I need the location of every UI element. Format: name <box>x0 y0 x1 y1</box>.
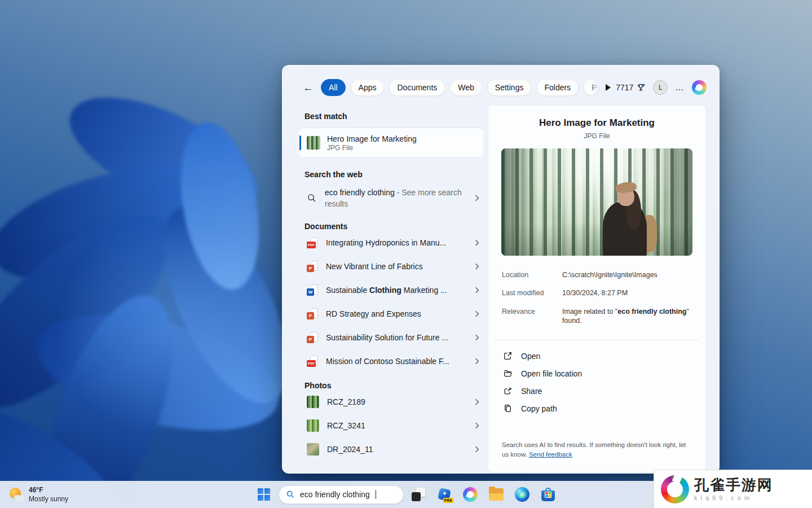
preview-file-type: JPG File <box>488 132 705 140</box>
taskbar-app-file-explorer[interactable] <box>485 483 508 506</box>
chevron-right-icon[interactable] <box>473 239 481 247</box>
bamboo-thumbnail <box>307 136 320 150</box>
document-result[interactable]: PDF Integrating Hydroponics in Manu... <box>299 231 483 255</box>
search-icon <box>286 490 295 499</box>
rewards-trophy-icon <box>636 83 646 93</box>
document-result[interactable]: PDF Mission of Contoso Sustainable F... <box>299 349 483 373</box>
open-file-location-button[interactable]: Open file location <box>495 365 699 382</box>
bamboo-thumbnail <box>307 419 319 432</box>
best-match-title: Hero Image for Marketing <box>327 134 417 143</box>
search-icon <box>307 193 317 203</box>
best-match-result[interactable]: Hero Image for Marketing JPG File <box>299 128 483 157</box>
watermark-title: 孔雀手游网 <box>694 477 773 493</box>
document-result[interactable]: W Sustainable Clothing Marketing ... <box>299 278 483 302</box>
web-query: eco friendly clothing <box>325 188 395 197</box>
document-result[interactable]: P RD Strategy and Expenses <box>299 302 483 326</box>
section-header-best-match: Best match <box>299 112 483 121</box>
pdf-icon: PDF <box>307 356 318 367</box>
ppt-icon: P <box>307 261 318 272</box>
photo-result[interactable]: RCZ_2189 <box>299 390 483 414</box>
pdf-icon: PDF <box>307 237 318 248</box>
open-location-icon <box>503 369 513 378</box>
tab-photos-truncated[interactable]: P <box>584 79 599 96</box>
pre-app-icon: ✦ PRE <box>437 487 452 502</box>
search-filter-tabs: ← All Apps Documents Web Settings Folder… <box>283 65 719 100</box>
copilot-icon <box>463 487 478 502</box>
detail-location: Location C:\scratch\Ignite\Ignite\Images <box>502 270 692 279</box>
tab-documents[interactable]: Documents <box>389 79 445 96</box>
tab-web[interactable]: Web <box>450 79 482 96</box>
account-avatar[interactable]: L <box>653 80 668 95</box>
watermark-overlay: 孔雀手游网 klq99.com <box>654 470 812 508</box>
detail-relevance: Relevance Image related to "eco friendly… <box>502 307 692 326</box>
detail-last-modified: Last modified 10/30/2024, 8:27 PM <box>502 288 692 297</box>
tab-apps[interactable]: Apps <box>351 79 385 96</box>
preview-card: Hero Image for Marketing JPG File Locati… <box>488 105 706 472</box>
chevron-right-icon[interactable] <box>473 262 481 270</box>
best-match-subtitle: JPG File <box>327 144 417 152</box>
back-icon[interactable]: ← <box>303 82 314 93</box>
chevron-right-icon[interactable] <box>473 334 481 341</box>
preview-image-bamboo-forest <box>501 148 692 256</box>
chevron-right-icon[interactable] <box>473 286 481 294</box>
preview-title: Hero Image for Marketing <box>488 117 705 129</box>
ppt-icon: P <box>307 332 318 343</box>
copy-path-button[interactable]: Copy path <box>495 400 699 417</box>
taskbar-app-preview[interactable]: ✦ PRE <box>433 483 456 506</box>
chevron-right-icon[interactable] <box>473 357 481 365</box>
tab-all[interactable]: All <box>321 79 346 96</box>
portrait-thumbnail <box>307 443 319 456</box>
section-header-search-web: Search the web <box>299 170 483 179</box>
divider <box>495 340 699 340</box>
weather-condition: Mostly sunny <box>29 494 68 503</box>
document-result[interactable]: P Sustainability Solution for Future ... <box>299 326 483 349</box>
photo-result[interactable]: RCZ_3241 <box>299 414 483 437</box>
copilot-icon[interactable] <box>692 80 707 95</box>
send-feedback-link[interactable]: Send feedback <box>529 451 572 458</box>
share-button[interactable]: Share <box>495 382 699 400</box>
taskbar-app-store[interactable] <box>537 483 559 506</box>
photo-name: DR_2024_11 <box>327 445 373 454</box>
caret-icon <box>376 490 376 499</box>
selection-accent-bar <box>299 135 301 150</box>
ai-disclaimer: Search uses AI to find results. If somet… <box>502 440 692 460</box>
section-header-photos: Photos <box>299 381 483 390</box>
tab-folders[interactable]: Folders <box>536 79 579 96</box>
results-column: Best match Hero Image for Marketing JPG … <box>299 100 483 473</box>
document-result[interactable]: P New Vibrant Line of Fabrics <box>299 255 483 278</box>
bamboo-thumbnail <box>307 396 319 408</box>
tab-settings[interactable]: Settings <box>487 79 532 96</box>
taskbar-app-task-view[interactable] <box>407 483 430 506</box>
watermark-url: klq99.com <box>694 494 773 501</box>
taskbar-search-value: eco friendly clothing <box>300 490 370 499</box>
chevron-right-icon[interactable] <box>473 194 481 202</box>
watermark-logo-icon <box>661 475 689 503</box>
chevron-right-icon[interactable] <box>473 310 481 318</box>
play-icon[interactable] <box>606 84 611 91</box>
share-icon <box>503 386 513 396</box>
search-flyout-panel: ← All Apps Documents Web Settings Folder… <box>282 65 720 474</box>
web-search-result[interactable]: eco friendly clothing - See more search … <box>299 183 483 213</box>
taskbar-search-input[interactable]: eco friendly clothing <box>279 485 404 504</box>
start-button[interactable] <box>253 483 275 506</box>
rewards-points[interactable]: 7717 <box>616 83 646 93</box>
weather-icon <box>9 487 24 502</box>
copy-icon <box>503 404 513 413</box>
edge-icon <box>515 487 529 502</box>
chevron-right-icon[interactable] <box>473 422 481 430</box>
weather-widget[interactable]: 46°F Mostly sunny <box>6 481 72 508</box>
taskbar-app-edge[interactable] <box>511 483 533 506</box>
chevron-right-icon[interactable] <box>473 445 481 453</box>
weather-temp: 46°F <box>29 485 68 494</box>
chevron-right-icon[interactable] <box>473 398 481 406</box>
more-icon[interactable]: … <box>675 82 685 93</box>
photo-result[interactable]: DR_2024_11 <box>299 437 483 461</box>
ppt-icon: P <box>307 308 318 319</box>
section-header-documents: Documents <box>299 222 483 231</box>
open-button[interactable]: Open <box>495 347 699 365</box>
explorer-icon <box>489 488 504 501</box>
file-actions: Open Open file location Share <box>495 347 699 417</box>
store-icon <box>541 488 555 501</box>
taskbar-app-copilot[interactable] <box>459 483 482 506</box>
photo-name: RCZ_3241 <box>327 421 365 430</box>
